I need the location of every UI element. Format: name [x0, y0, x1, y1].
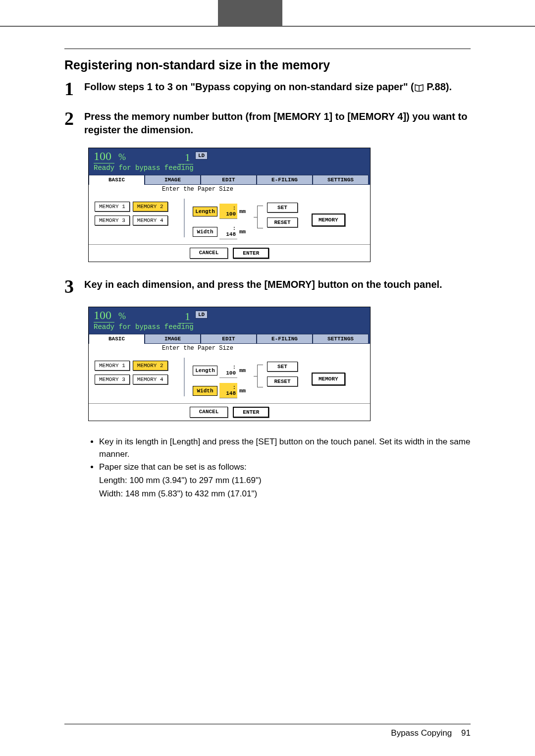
divider: [184, 358, 185, 396]
note-1: Key in its length in [Length] and press …: [99, 436, 471, 460]
step-1: 1 Follow steps 1 to 3 on "Bypass copying…: [64, 79, 471, 98]
book-icon: [414, 82, 424, 95]
width-label[interactable]: Width: [193, 227, 217, 237]
note-2: Paper size that can be set is as follows…: [99, 461, 471, 474]
cancel-button[interactable]: CANCEL: [190, 407, 228, 418]
memory-3-button[interactable]: MEMORY 3: [95, 216, 130, 225]
percent-symbol: %: [118, 152, 126, 162]
note-2b: Width: 148 mm (5.83") to 432 mm (17.01"): [99, 488, 471, 500]
memory-2-button[interactable]: MEMORY 2: [133, 202, 168, 212]
percent-symbol: %: [118, 311, 126, 322]
step-text: Key in each dimension, and press the [ME…: [84, 278, 471, 291]
step-text: Press the memory number button (from [ME…: [84, 110, 471, 137]
width-unit: mm: [239, 229, 246, 235]
paper-ld-indicator: LD: [195, 311, 208, 319]
memory-3-button[interactable]: MEMORY 3: [95, 375, 130, 384]
copy-counter: 1: [178, 151, 193, 164]
tab-settings[interactable]: SETTINGS: [313, 175, 369, 185]
tab-image[interactable]: IMAGE: [145, 334, 201, 344]
section-title: Registering non-standard size in the mem…: [64, 58, 471, 72]
status-message: Ready for bypass feeding: [94, 164, 365, 172]
divider: [184, 199, 185, 237]
note-2a: Length: 100 mm (3.94") to 297 mm (11.69"…: [99, 475, 471, 487]
tab-efiling[interactable]: E-FILING: [257, 334, 313, 344]
set-button[interactable]: SET: [267, 362, 298, 372]
footer-section: Bypass Copying: [391, 728, 452, 738]
panel-tabs: BASIC IMAGE EDIT E-FILING SETTINGS: [89, 175, 370, 185]
memory-4-button[interactable]: MEMORY 4: [133, 216, 168, 225]
step-number: 1: [64, 79, 84, 98]
step1-text-b: P.88).: [424, 81, 452, 92]
step-number: 3: [64, 277, 84, 296]
width-unit: mm: [239, 388, 246, 394]
tab-edit[interactable]: EDIT: [201, 175, 257, 185]
page-header: [0, 0, 535, 26]
length-value: : 100: [219, 204, 237, 219]
width-value: : 148: [219, 383, 237, 398]
touch-panel-1: 100 % 1 LD Ready for bypass feeding BASI…: [88, 148, 371, 262]
step-number: 2: [64, 109, 84, 137]
footer-page-number: 91: [461, 728, 471, 738]
width-label[interactable]: Width: [193, 386, 217, 396]
tab-basic[interactable]: BASIC: [89, 334, 145, 344]
zoom-percent: 100: [94, 309, 114, 323]
memory-button[interactable]: MEMORY: [312, 373, 345, 385]
zoom-percent: 100: [94, 150, 114, 163]
step-3: 3 Key in each dimension, and press the […: [64, 277, 471, 296]
status-message: Ready for bypass feeding: [94, 323, 365, 331]
tab-image[interactable]: IMAGE: [145, 175, 201, 185]
tab-settings[interactable]: SETTINGS: [313, 334, 369, 344]
panel-status-bar: 100 % 1 LD Ready for bypass feeding: [89, 148, 370, 175]
length-value: : 100: [219, 363, 237, 378]
memory-1-button[interactable]: MEMORY 1: [95, 361, 130, 371]
length-label[interactable]: Length: [193, 207, 217, 216]
step3-notes: Key in its length in [Length] and press …: [88, 436, 471, 500]
section-rule: [64, 49, 471, 49]
memory-1-button[interactable]: MEMORY 1: [95, 202, 130, 212]
bracket-icon: [257, 206, 263, 228]
copy-counter: 1: [178, 310, 193, 324]
panel-status-bar: 100 % 1 LD Ready for bypass feeding: [89, 307, 370, 334]
enter-paper-size-label: Enter the Paper Size: [89, 345, 370, 352]
touch-panel-2: 100 % 1 LD Ready for bypass feeding BASI…: [88, 307, 371, 421]
reset-button[interactable]: RESET: [267, 377, 298, 386]
step-2: 2 Press the memory number button (from […: [64, 109, 471, 137]
header-rule: [0, 26, 535, 27]
tab-edit[interactable]: EDIT: [201, 334, 257, 344]
enter-button[interactable]: ENTER: [233, 407, 269, 418]
step1-text-a: Follow steps 1 to 3 on "Bypass copying o…: [84, 81, 414, 92]
tab-efiling[interactable]: E-FILING: [257, 175, 313, 185]
paper-ld-indicator: LD: [195, 152, 208, 160]
cancel-button[interactable]: CANCEL: [190, 248, 228, 259]
memory-2-button[interactable]: MEMORY 2: [133, 361, 168, 371]
length-unit: mm: [239, 209, 246, 215]
memory-4-button[interactable]: MEMORY 4: [133, 375, 168, 384]
length-unit: mm: [239, 368, 246, 374]
length-label[interactable]: Length: [193, 366, 217, 376]
page-footer: Bypass Copying 91: [64, 724, 471, 738]
panel-tabs: BASIC IMAGE EDIT E-FILING SETTINGS: [89, 334, 370, 344]
width-value: : 148: [219, 224, 237, 239]
step-text: Follow steps 1 to 3 on "Bypass copying o…: [84, 80, 471, 95]
tab-basic[interactable]: BASIC: [89, 175, 145, 185]
enter-paper-size-label: Enter the Paper Size: [89, 186, 370, 193]
memory-button[interactable]: MEMORY: [312, 214, 345, 226]
reset-button[interactable]: RESET: [267, 217, 298, 227]
bracket-icon: [257, 365, 263, 387]
header-tab-marker: [218, 0, 282, 26]
set-button[interactable]: SET: [267, 203, 298, 213]
enter-button[interactable]: ENTER: [233, 248, 269, 259]
